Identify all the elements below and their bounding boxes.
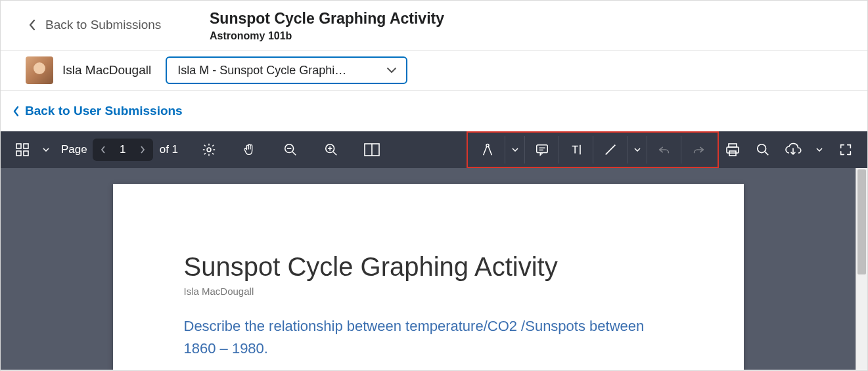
svg-line-11	[333, 152, 336, 155]
search-icon	[756, 142, 770, 157]
svg-point-14	[486, 144, 489, 147]
chevron-left-icon	[28, 19, 36, 31]
zoom-in-button[interactable]	[317, 136, 345, 164]
page-label: Page	[61, 143, 87, 156]
toolbar-right	[719, 136, 859, 164]
document-body: Describe the relationship between temper…	[184, 315, 670, 360]
view-mode-dropdown[interactable]	[36, 136, 56, 164]
course-name: Astronomy 101b	[210, 30, 444, 42]
svg-rect-21	[727, 147, 739, 153]
chevron-left-icon	[101, 146, 106, 154]
assignment-title: Sunspot Cycle Graphing Activity	[210, 10, 444, 28]
svg-line-19	[605, 145, 615, 155]
scrollbar-thumb[interactable]	[857, 169, 866, 274]
document-scroll-area[interactable]: Sunspot Cycle Graphing Activity Isla Mac…	[1, 168, 856, 370]
back-to-user-submissions-link[interactable]: Back to User Submissions	[1, 91, 867, 131]
chevron-down-icon	[512, 148, 518, 152]
svg-point-4	[207, 148, 211, 152]
document-page: Sunspot Cycle Graphing Activity Isla Mac…	[113, 184, 744, 370]
vertical-scrollbar[interactable]	[856, 168, 867, 370]
title-block: Sunspot Cycle Graphing Activity Astronom…	[198, 1, 444, 50]
grid-icon	[16, 143, 29, 156]
download-button[interactable]	[779, 136, 807, 164]
page-number-input[interactable]	[111, 143, 135, 156]
view-mode-button[interactable]	[9, 136, 36, 164]
svg-line-24	[765, 152, 768, 155]
columns-icon	[364, 143, 380, 156]
svg-rect-15	[536, 145, 547, 153]
zoom-out-icon	[283, 142, 298, 157]
svg-rect-1	[24, 144, 28, 148]
line-tool-dropdown[interactable]	[627, 136, 647, 164]
annotation-tools-group	[467, 131, 719, 168]
print-button[interactable]	[719, 136, 746, 164]
chevron-right-icon	[140, 146, 145, 154]
gear-icon	[202, 142, 216, 157]
zoom-out-button[interactable]	[277, 136, 304, 164]
chevron-down-icon	[386, 67, 397, 74]
fullscreen-button[interactable]	[832, 136, 859, 164]
pan-tool-button[interactable]	[236, 136, 263, 164]
document-author: Isla MacDougall	[184, 286, 670, 297]
document-viewport: Sunspot Cycle Graphing Activity Isla Mac…	[1, 168, 867, 370]
page-navigator	[93, 139, 153, 161]
text-tool-button[interactable]	[559, 136, 593, 164]
compass-icon	[480, 142, 495, 157]
cloud-download-icon	[785, 142, 802, 157]
pdf-toolbar: Page of 1	[1, 131, 867, 168]
comment-icon	[535, 142, 549, 157]
svg-rect-3	[24, 151, 28, 156]
page-layout-button[interactable]	[358, 136, 386, 164]
chevron-down-icon	[634, 148, 641, 152]
hand-icon	[242, 142, 257, 157]
svg-rect-2	[16, 151, 21, 156]
line-tool-button[interactable]	[593, 136, 627, 164]
user-row: Isla MacDougall Isla M - Sunspot Cycle G…	[1, 51, 867, 91]
prev-page-button[interactable]	[95, 146, 111, 154]
back-to-user-submissions-label: Back to User Submissions	[25, 104, 183, 118]
submission-file-select[interactable]: Isla M - Sunspot Cycle Graphi…	[166, 56, 407, 84]
selected-file-label: Isla M - Sunspot Cycle Graphi…	[177, 64, 346, 77]
text-cursor-icon	[569, 142, 583, 157]
back-to-submissions-label: Back to Submissions	[45, 18, 161, 32]
undo-button[interactable]	[647, 136, 681, 164]
comment-tool-button[interactable]	[524, 136, 559, 164]
document-title: Sunspot Cycle Graphing Activity	[184, 252, 670, 282]
header: Back to Submissions Sunspot Cycle Graphi…	[1, 1, 867, 51]
download-dropdown[interactable]	[810, 136, 829, 164]
measure-tool-dropdown[interactable]	[505, 136, 524, 164]
svg-line-7	[292, 152, 296, 155]
measure-tool-button[interactable]	[470, 136, 505, 164]
line-icon	[603, 142, 618, 157]
back-to-submissions-link[interactable]: Back to Submissions	[1, 1, 198, 32]
undo-icon	[657, 142, 672, 157]
user-name: Isla MacDougall	[62, 63, 151, 77]
user-avatar[interactable]	[26, 56, 53, 84]
svg-point-23	[758, 144, 766, 153]
settings-button[interactable]	[195, 136, 223, 164]
print-icon	[725, 142, 741, 158]
total-pages-label: of 1	[160, 143, 178, 156]
redo-button[interactable]	[681, 136, 715, 164]
chevron-down-icon	[43, 148, 49, 152]
redo-icon	[691, 142, 706, 157]
chevron-left-icon	[12, 106, 20, 117]
chevron-down-icon	[816, 148, 823, 152]
fullscreen-icon	[838, 142, 853, 157]
zoom-in-icon	[324, 142, 338, 157]
search-button[interactable]	[749, 136, 777, 164]
next-page-button[interactable]	[135, 146, 150, 154]
svg-rect-0	[16, 144, 21, 148]
